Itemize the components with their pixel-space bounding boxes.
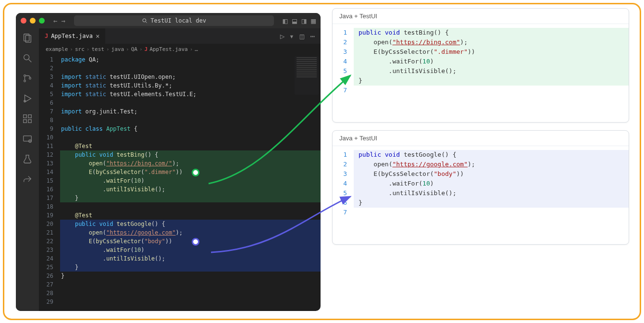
code-line[interactable]: .waitFor(10) [60, 246, 321, 254]
command-center[interactable]: TestUI local dev [74, 15, 274, 26]
panel-code-line[interactable]: E(byCssSelector(".dimmer")) [354, 47, 629, 57]
code-line[interactable] [60, 202, 321, 211]
breadcrumb-item[interactable]: java [111, 46, 124, 52]
run-icon[interactable]: ▷ ▾ [280, 32, 294, 41]
breadcrumb-item[interactable]: src [75, 46, 85, 52]
code-line[interactable] [60, 99, 321, 107]
code-line[interactable]: .untilIsVisible(); [60, 254, 321, 263]
code-line[interactable]: } [60, 194, 321, 202]
code-content[interactable]: package QA; import static testUI.UIOpen.… [60, 55, 321, 306]
svg-line-5 [29, 60, 32, 62]
code-line[interactable]: open("https://google.com"); [60, 228, 321, 237]
search-icon[interactable] [22, 52, 33, 64]
breadcrumb-item[interactable]: example [46, 46, 68, 52]
panel-code-line[interactable]: open("https://bing.com"); [354, 37, 629, 47]
line-number: 29 [39, 298, 53, 306]
close-window-icon[interactable] [21, 18, 26, 24]
panel-code-line[interactable]: public void testGoogle() { [354, 150, 629, 160]
breadcrumb-item[interactable]: QA [131, 46, 137, 52]
tab-label: AppTest.java [51, 33, 93, 39]
code-line[interactable]: E(byCssSelector("body")) [60, 237, 321, 246]
line-gutter: 1234567891011121314151617181920212223242… [39, 55, 60, 306]
code-line[interactable] [60, 298, 321, 306]
panel-code-line[interactable]: public void testBing() { [354, 28, 629, 37]
code-line[interactable]: } [60, 272, 321, 280]
code-line[interactable]: @Test [60, 211, 321, 220]
line-number: 10 [39, 133, 53, 142]
code-line[interactable]: public void testBing() { [60, 150, 321, 159]
back-icon[interactable]: ← [53, 17, 57, 25]
titlebar[interactable]: ← → TestUI local dev ◧ ⬓ ◨ ▦ [16, 13, 321, 28]
extensions-icon[interactable] [22, 113, 33, 124]
panel-title: Java + TestUI [333, 9, 629, 24]
code-line[interactable]: } [60, 263, 321, 272]
code-line[interactable]: public class AppTest { [60, 124, 321, 133]
panel-code-line[interactable]: open("https://google.com"); [354, 160, 629, 169]
panel-line-number: 5 [333, 188, 347, 198]
minimize-window-icon[interactable] [30, 18, 36, 24]
panel-line-number: 7 [333, 86, 347, 95]
panel-bottom-icon[interactable]: ⬓ [292, 16, 297, 25]
panel-code-line[interactable]: } [354, 76, 629, 86]
tab-actions: ▷ ▾ ◫ ⋯ [280, 28, 321, 44]
breadcrumb-item[interactable]: test [91, 46, 104, 52]
split-editor-icon[interactable]: ◫ [300, 32, 305, 41]
testing-icon[interactable] [22, 153, 33, 165]
panel-code-line[interactable]: .waitFor(10) [354, 57, 629, 66]
snippet-panel-google: Java + TestUI 1234567 public void testGo… [332, 130, 629, 245]
code-line[interactable]: import static testUI.UIOpen.open; [60, 73, 321, 81]
panel-code-line[interactable] [354, 208, 629, 217]
code-line[interactable] [60, 280, 321, 289]
minimap[interactable] [295, 56, 319, 95]
forward-icon[interactable]: → [61, 17, 65, 25]
share-icon[interactable] [22, 174, 33, 185]
line-number: 15 [39, 176, 53, 185]
explorer-icon[interactable] [22, 32, 33, 44]
panel-line-number: 4 [333, 57, 347, 66]
panel-line-number: 5 [333, 66, 347, 76]
code-line[interactable] [60, 64, 321, 73]
editor-area[interactable]: 1234567891011121314151617181920212223242… [39, 54, 321, 311]
panel-left-icon[interactable]: ◧ [283, 16, 287, 25]
svg-line-1 [146, 22, 147, 23]
command-center-text: TestUI local dev [150, 17, 206, 24]
tab-apptest[interactable]: J AppTest.java × [39, 28, 106, 44]
breadcrumb[interactable]: example › src › test › java › QA ›J AppT… [39, 44, 321, 54]
maximize-window-icon[interactable] [39, 18, 45, 24]
panel-code-line[interactable]: E(byCssSelector("body")) [354, 169, 629, 179]
layout-grid-icon[interactable]: ▦ [311, 16, 316, 25]
code-line[interactable]: .waitFor(10) [60, 176, 321, 185]
breadcrumb-item[interactable]: … [195, 46, 198, 52]
code-line[interactable]: public void testGoogle() { [60, 220, 321, 228]
panel-code-line[interactable]: } [354, 198, 629, 208]
source-control-icon[interactable] [22, 73, 33, 84]
chevron-right-icon: › [106, 46, 110, 52]
panel-code-line[interactable]: .waitFor(10) [354, 179, 629, 188]
panel-code-content[interactable]: public void testBing() { open("https://b… [354, 28, 629, 95]
panel-code-line[interactable]: .untilIsVisible(); [354, 188, 629, 198]
code-line[interactable] [60, 133, 321, 142]
code-line[interactable]: import static testUI.Utils.By.*; [60, 81, 321, 90]
panel-code-line[interactable] [354, 86, 629, 95]
panel-code-line[interactable]: .untilIsVisible(); [354, 66, 629, 76]
code-line[interactable]: .untilIsVisible(); [60, 185, 321, 194]
close-icon[interactable]: × [96, 32, 99, 40]
code-line[interactable]: @Test [60, 142, 321, 150]
code-line[interactable]: E(byCssSelector(".dimmer")) [60, 168, 321, 176]
panel-line-number: 4 [333, 179, 347, 188]
code-line[interactable]: package QA; [60, 55, 321, 64]
code-line[interactable]: import static testUI.elements.TestUI.E; [60, 90, 321, 99]
svg-rect-11 [24, 115, 26, 118]
line-number: 20 [39, 220, 53, 228]
code-line[interactable]: import org.junit.Test; [60, 107, 321, 116]
panel-right-icon[interactable]: ◨ [302, 16, 307, 25]
code-line[interactable] [60, 116, 321, 124]
breadcrumb-item[interactable]: AppTest.java [149, 46, 187, 52]
code-line[interactable] [60, 289, 321, 298]
remote-icon[interactable] [22, 133, 33, 145]
more-icon[interactable]: ⋯ [310, 32, 315, 41]
debug-icon[interactable] [22, 93, 33, 104]
code-line[interactable]: open("https://bing.com/"); [60, 159, 321, 168]
svg-point-6 [24, 75, 26, 77]
panel-code-content[interactable]: public void testGoogle() { open("https:/… [354, 150, 629, 217]
